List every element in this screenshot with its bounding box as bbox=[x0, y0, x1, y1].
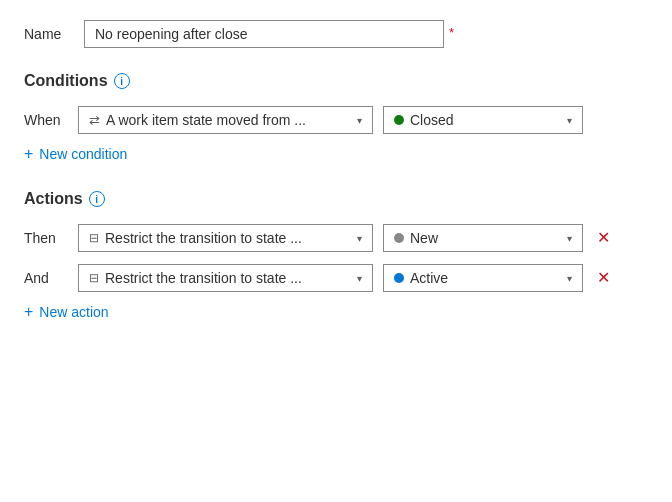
actions-header: Actions i bbox=[24, 190, 648, 208]
add-condition-link[interactable]: + New condition bbox=[24, 146, 648, 162]
when-dropdown-arrow: ▾ bbox=[357, 115, 362, 126]
and-label: And bbox=[24, 270, 68, 286]
when-row: When ⇄ A work item state moved from ... … bbox=[24, 106, 648, 134]
actions-info-icon[interactable]: i bbox=[89, 191, 105, 207]
conditions-info-icon[interactable]: i bbox=[114, 73, 130, 89]
required-star: * bbox=[449, 25, 454, 40]
and-action-arrow: ▾ bbox=[357, 273, 362, 284]
add-action-label: New action bbox=[39, 304, 108, 320]
then-state-dropdown[interactable]: New ▾ bbox=[383, 224, 583, 252]
actions-title: Actions bbox=[24, 190, 83, 208]
closed-dot bbox=[394, 115, 404, 125]
name-row: Name * bbox=[24, 20, 648, 48]
then-label: Then bbox=[24, 230, 68, 246]
and-state-text: Active bbox=[410, 270, 448, 286]
when-dropdown-content: ⇄ A work item state moved from ... bbox=[89, 112, 351, 128]
conditions-header: Conditions i bbox=[24, 72, 648, 90]
new-dot bbox=[394, 233, 404, 243]
add-action-plus: + bbox=[24, 304, 33, 320]
and-action-dropdown[interactable]: ⊟ Restrict the transition to state ... ▾ bbox=[78, 264, 373, 292]
add-condition-plus: + bbox=[24, 146, 33, 162]
active-dot bbox=[394, 273, 404, 283]
closed-dropdown-arrow: ▾ bbox=[567, 115, 572, 126]
then-row: Then ⊟ Restrict the transition to state … bbox=[24, 224, 648, 252]
then-action-dropdown-content: ⊟ Restrict the transition to state ... bbox=[89, 230, 351, 246]
then-state-arrow: ▾ bbox=[567, 233, 572, 244]
conditions-section: Conditions i When ⇄ A work item state mo… bbox=[24, 72, 648, 162]
name-label: Name bbox=[24, 26, 84, 42]
state-dropdown-closed-content: Closed bbox=[394, 112, 561, 128]
and-action-text: Restrict the transition to state ... bbox=[105, 270, 302, 286]
closed-state-text: Closed bbox=[410, 112, 454, 128]
add-action-link[interactable]: + New action bbox=[24, 304, 648, 320]
and-state-dropdown[interactable]: Active ▾ bbox=[383, 264, 583, 292]
then-state-text: New bbox=[410, 230, 438, 246]
delete-and-button[interactable]: ✕ bbox=[593, 266, 614, 290]
then-action-arrow: ▾ bbox=[357, 233, 362, 244]
delete-then-button[interactable]: ✕ bbox=[593, 226, 614, 250]
when-label: When bbox=[24, 112, 68, 128]
conditions-title: Conditions bbox=[24, 72, 108, 90]
and-state-dropdown-content: Active bbox=[394, 270, 561, 286]
and-state-arrow: ▾ bbox=[567, 273, 572, 284]
restrict-icon-then: ⊟ bbox=[89, 231, 99, 245]
then-action-text: Restrict the transition to state ... bbox=[105, 230, 302, 246]
restrict-icon-and: ⊟ bbox=[89, 271, 99, 285]
when-dropdown[interactable]: ⇄ A work item state moved from ... ▾ bbox=[78, 106, 373, 134]
add-condition-label: New condition bbox=[39, 146, 127, 162]
then-action-dropdown[interactable]: ⊟ Restrict the transition to state ... ▾ bbox=[78, 224, 373, 252]
and-row: And ⊟ Restrict the transition to state .… bbox=[24, 264, 648, 292]
transfer-icon: ⇄ bbox=[89, 113, 100, 128]
and-action-dropdown-content: ⊟ Restrict the transition to state ... bbox=[89, 270, 351, 286]
when-dropdown-text: A work item state moved from ... bbox=[106, 112, 306, 128]
then-state-dropdown-content: New bbox=[394, 230, 561, 246]
name-input[interactable] bbox=[84, 20, 444, 48]
actions-section: Actions i Then ⊟ Restrict the transition… bbox=[24, 190, 648, 320]
name-input-wrapper: * bbox=[84, 20, 444, 48]
state-dropdown-closed[interactable]: Closed ▾ bbox=[383, 106, 583, 134]
